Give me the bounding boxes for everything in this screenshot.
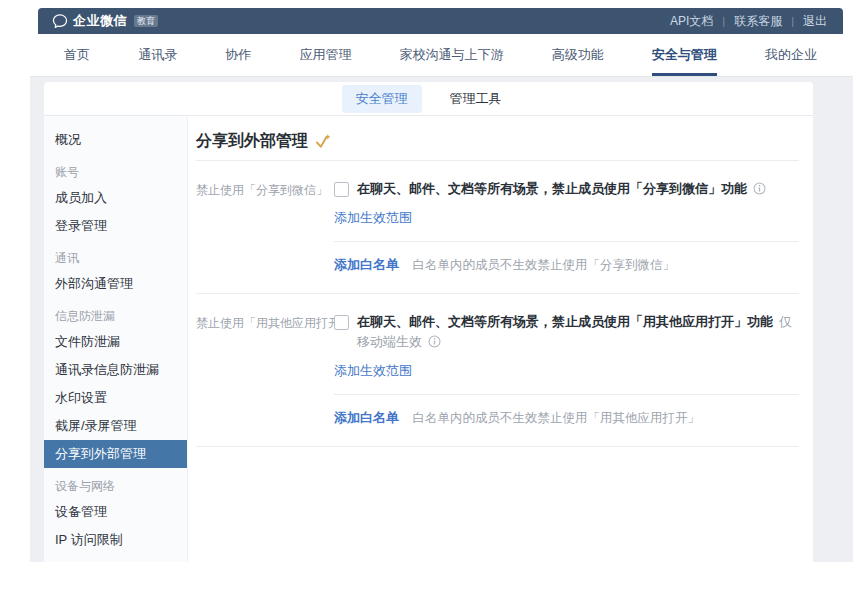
open-with-other-app-checkbox[interactable] [334,315,349,330]
sidebar-item-login-management[interactable]: 登录管理 [44,212,187,240]
page-body: 安全管理 管理工具 概况 账号 成员加入 登录管理 通讯 外部沟通管理 信息防泄… [30,77,853,562]
add-scope-link[interactable]: 添加生效范围 [334,361,412,381]
sidebar-item-watermark[interactable]: 水印设置 [44,384,187,412]
info-circle-icon[interactable] [428,336,441,351]
divider [334,241,799,242]
checkbox-description: 在聊天、邮件、文档等所有场景，禁止成员使用「用其他应用打开」功能 [357,314,773,329]
chat-bubble-icon [52,13,68,29]
setting-label: 禁止使用「分享到微信」 [196,179,334,275]
divider [334,394,799,395]
sidebar-group-info-leak: 信息防泄漏 [44,304,187,328]
logout-link[interactable]: 退出 [801,13,829,30]
nav-tab-school[interactable]: 家校沟通与上下游 [400,34,504,76]
app-logo[interactable]: 企业微信 教育 [52,12,158,30]
logo-text: 企业微信 [73,12,127,30]
nav-tab-apps[interactable]: 应用管理 [299,34,351,76]
divider [196,446,799,447]
tab-management-tools[interactable]: 管理工具 [436,85,516,113]
main-card: 安全管理 管理工具 概况 账号 成员加入 登录管理 通讯 外部沟通管理 信息防泄… [44,82,813,562]
sidebar-item-share-external[interactable]: 分享到外部管理 [44,440,187,468]
info-circle-icon[interactable] [753,183,766,198]
primary-nav: 首页 通讯录 协作 应用管理 家校沟通与上下游 高级功能 安全与管理 我的企业 [38,34,843,76]
sidebar-item-screenshot[interactable]: 截屏/录屏管理 [44,412,187,440]
sidebar-group-device-network: 设备与网络 [44,474,187,498]
add-whitelist-link[interactable]: 添加白名单 [334,408,399,428]
contact-support-link[interactable]: 联系客服 [732,13,784,30]
sidebar-item-device-management[interactable]: 设备管理 [44,498,187,526]
top-bar: 企业微信 教育 API文档 | 联系客服 | 退出 [38,8,843,34]
setting-open-with-other-app: 禁止使用「用其他应用打开」 在聊天、邮件、文档等所有场景，禁止成员使用「用其他应… [196,294,799,428]
main-content: 分享到外部管理 禁止使用「分享到微信」 [188,116,813,562]
topbar-links: API文档 | 联系客服 | 退出 [668,13,829,30]
nav-tab-security-management[interactable]: 安全与管理 [652,34,717,76]
nav-tab-advanced[interactable]: 高级功能 [552,34,604,76]
tab-security-management[interactable]: 安全管理 [342,85,422,113]
secondary-tabs: 安全管理 管理工具 [44,82,813,116]
sidebar-item-file-leak[interactable]: 文件防泄漏 [44,328,187,356]
setting-share-to-wechat: 禁止使用「分享到微信」 在聊天、邮件、文档等所有场景，禁止成员使用「分享到微信」… [196,161,799,275]
whitelist-description: 白名单内的成员不生效禁止使用「用其他应用打开」 [412,411,700,425]
sidebar-group-account: 账号 [44,160,187,184]
nav-tab-contacts[interactable]: 通讯录 [138,34,177,76]
share-to-wechat-checkbox[interactable] [334,182,349,197]
sidebar-item-ip-restriction[interactable]: IP 访问限制 [44,526,187,554]
premium-check-icon [314,133,331,150]
checkbox-description: 在聊天、邮件、文档等所有场景，禁止成员使用「分享到微信」功能 [357,181,747,196]
page-title: 分享到外部管理 [196,131,308,152]
nav-tab-home[interactable]: 首页 [64,34,90,76]
nav-tab-collaboration[interactable]: 协作 [225,34,251,76]
sidebar-item-contacts-leak[interactable]: 通讯录信息防泄漏 [44,356,187,384]
sidebar-item-member-join[interactable]: 成员加入 [44,184,187,212]
sidebar-item-overview[interactable]: 概况 [44,126,187,154]
logo-badge: 教育 [134,15,158,27]
add-whitelist-link[interactable]: 添加白名单 [334,255,399,275]
separator: | [791,15,794,27]
nav-tab-my-company[interactable]: 我的企业 [765,34,817,76]
whitelist-description: 白名单内的成员不生效禁止使用「分享到微信」 [412,258,675,272]
settings-sidebar: 概况 账号 成员加入 登录管理 通讯 外部沟通管理 信息防泄漏 文件防泄漏 通讯… [44,116,188,562]
separator: | [722,15,725,27]
setting-label: 禁止使用「用其他应用打开」 [196,312,334,428]
api-doc-link[interactable]: API文档 [668,13,715,30]
add-scope-link[interactable]: 添加生效范围 [334,208,412,228]
sidebar-group-communication: 通讯 [44,246,187,270]
sidebar-item-external-comm[interactable]: 外部沟通管理 [44,270,187,298]
